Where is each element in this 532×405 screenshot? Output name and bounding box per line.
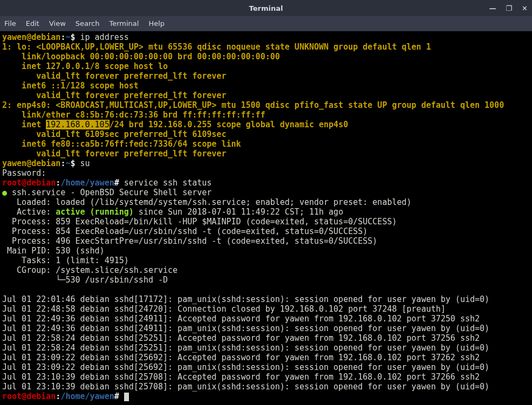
ip-en-inet-post: /24 brd 192.168.0.255 scope global dynam… (110, 120, 349, 129)
prompt-dollar: $ (70, 32, 80, 42)
minimize-icon[interactable]: — (489, 5, 496, 12)
log-line: Jul 01 23:09:22 debian sshd[25692]: pam_… (2, 362, 489, 372)
window-title: Terminal (249, 4, 283, 12)
ip-lo-inet: inet 127.0.0.1/8 scope host lo (2, 61, 168, 71)
ip-en-valid: valid_lft 6109sec preferred_lft 6109sec (2, 129, 226, 139)
menu-terminal[interactable]: Terminal (109, 19, 139, 28)
cmd-su: su (80, 159, 90, 168)
root-user: root@debian (2, 178, 56, 188)
ssh-mainpid: Main PID: 530 (sshd) (2, 246, 105, 256)
log-line: Jul 01 22:49:36 debian sshd[24911]: Acce… (2, 314, 480, 324)
root-user2: root@debian (2, 392, 56, 401)
menu-edit[interactable]: Edit (26, 19, 39, 28)
ip-en-link: link/ether c8:5b:76:dc:73:36 brd ff:ff:f… (2, 110, 265, 120)
prompt-user: yawen@debian (2, 32, 60, 42)
maximize-icon[interactable]: ❐ (506, 5, 512, 12)
ssh-proc-854: Process: 854 ExecReload=/usr/sbin/sshd -… (2, 226, 367, 236)
ip-en-valid6: valid_lft forever preferred_lft forever (2, 149, 226, 159)
ip-en-inet6: inet6 fe80::ca5b:76ff:fedc:7336/64 scope… (2, 139, 246, 149)
root-hash: # (114, 178, 124, 188)
menubar: File Edit View Search Terminal Help (0, 16, 532, 31)
ip-lo-valid6: valid_lft forever preferred_lft forever (2, 91, 226, 100)
menu-file[interactable]: File (4, 19, 16, 28)
root-path: /home/yawen (60, 178, 114, 188)
log-line: Jul 01 22:49:36 debian sshd[24911]: pam_… (2, 324, 489, 333)
log-line: Jul 01 22:58:24 debian sshd[25251]: pam_… (2, 343, 489, 353)
ssh-tasks: Tasks: 1 (limit: 4915) (2, 256, 129, 265)
window-controls: — ❐ ✕ (489, 0, 528, 16)
status-dot-icon: ● (2, 188, 12, 197)
ip-lo-valid: valid_lft forever preferred_lft forever (2, 71, 226, 81)
close-icon[interactable]: ✕ (522, 5, 528, 12)
ip-en-header: 2: enp4s0: <BROADCAST,MULTICAST,UP,LOWER… (2, 100, 504, 110)
menu-view[interactable]: View (49, 19, 66, 28)
menu-search[interactable]: Search (76, 19, 100, 28)
ssh-active-pre: Active: (2, 207, 56, 217)
ssh-cgline: └─530 /usr/sbin/sshd -D (2, 275, 168, 285)
ssh-proc-496: Process: 496 ExecStartPre=/usr/sbin/sshd… (2, 236, 377, 246)
password-prompt: Password: (2, 168, 46, 178)
ssh-active-post: since Sun 2018-07-01 11:49:22 CST; 11h a… (134, 207, 343, 217)
terminal-output[interactable]: yawen@debian:~$ ip address 1: lo: <LOOPB… (0, 31, 532, 405)
cmd-sshstatus: service ssh status (124, 178, 212, 188)
cursor-icon (124, 393, 129, 401)
ssh-proc-859: Process: 859 ExecReload=/bin/kill -HUP $… (2, 217, 397, 226)
ssh-active-state: active (running) (56, 207, 134, 217)
titlebar[interactable]: Terminal — ❐ ✕ (0, 0, 532, 16)
log-line: Jul 01 22:58:24 debian sshd[25251]: Acce… (2, 333, 480, 343)
ssh-loaded: Loaded: loaded (/lib/systemd/system/ssh.… (2, 197, 412, 207)
ip-highlighted: 192.168.0.105 (46, 120, 109, 129)
ssh-cgroup: CGroup: /system.slice/ssh.service (2, 265, 178, 275)
log-line: Jul 01 23:10:39 debian sshd[25708]: pam_… (2, 382, 489, 392)
menu-help[interactable]: Help (148, 19, 165, 28)
ip-lo-header: 1: lo: <LOOPBACK,UP,LOWER_UP> mtu 65536 … (2, 42, 431, 52)
log-line: Jul 01 23:09:22 debian sshd[25692]: Acce… (2, 353, 480, 362)
ip-en-inet-pre: inet (2, 120, 46, 129)
log-line: Jul 01 23:10:39 debian sshd[25708]: Acce… (2, 372, 480, 382)
log-line: Jul 01 22:48:58 debian sshd[24720]: Conn… (2, 304, 446, 314)
ip-lo-inet6: inet6 ::1/128 scope host (2, 81, 144, 91)
prompt-user2: yawen@debian (2, 159, 60, 168)
ip-lo-link: link/loopback 00:00:00:00:00:00 brd 00:0… (2, 52, 280, 61)
log-line: Jul 01 22:01:46 debian sshd[17172]: pam_… (2, 294, 489, 304)
cmd-ipaddr: ip address (80, 32, 129, 42)
terminal-window: Terminal — ❐ ✕ File Edit View Search Ter… (0, 0, 532, 405)
ssh-service-name: ssh.service - OpenBSD Secure Shell serve… (12, 188, 212, 197)
